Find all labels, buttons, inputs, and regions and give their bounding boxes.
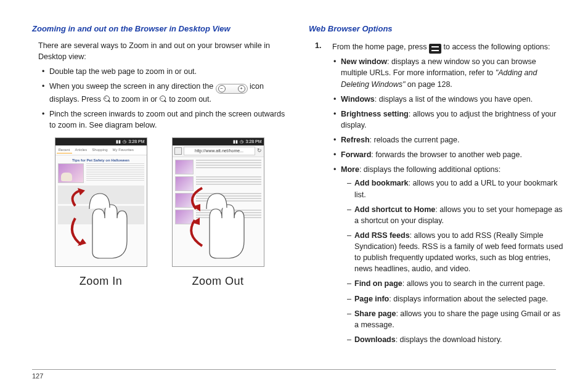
list-item: Double tap the web page to zoom in or ou… [43,66,287,77]
step-1: 1. From the home page, press to access t… [315,40,563,349]
right-heading: Web Browser Options [309,23,563,35]
list-item: Brightness setting: allows you to adjust… [335,108,563,131]
caption-zoom-out: Zoom Out [172,273,264,289]
phone-mockup-zoom-in: ▮▮◷3:28 PM Recent Articles Shopping My F… [55,137,147,267]
clock-icon: ◷ [123,139,126,145]
list-item: Find on page: allows you to search in th… [348,278,563,289]
address-bar: http://www.att.net/home... [184,147,255,155]
list-item: Share page: allows you to share the page… [348,308,563,330]
page-footer: 127 [32,369,556,380]
more-options-list: Add bookmark: allows you to add a URL to… [341,178,563,345]
list-item: Pinch the screen inwards to zoom out and… [43,108,287,131]
magnifier-plus-icon: + [104,96,111,103]
left-intro: There are several ways to Zoom in and ou… [38,40,287,62]
status-bar: ▮▮◷3:28 PM [55,138,147,145]
clock-icon: ◷ [240,139,243,145]
list-item: Add bookmark: allows you to add a URL to… [348,178,563,200]
list-item: Refresh: reloads the current page. [335,134,563,145]
browser-options-list: New window: displays a new window so you… [332,56,563,345]
svg-marker-1 [78,239,86,246]
list-item: Downloads: displays the download history… [348,334,563,345]
window-count-icon [174,147,182,155]
zoom-control-icon: −+ [216,84,248,94]
page-number: 127 [32,372,43,380]
phone-mockup-zoom-out: ▮▮◷3:28 PM http://www.att.net/home... ↻ [172,137,264,267]
menu-icon [429,44,441,54]
left-heading: Zooming in and out on the Browser in Des… [32,23,287,35]
list-item: More: displays the following additional … [335,164,563,345]
magnifier-minus-icon: − [160,96,167,103]
list-item: When you sweep the screen in any directi… [43,81,287,105]
list-item: Add shortcut to Home: allows you to set … [348,204,563,226]
left-column: Zooming in and out on the Browser in Des… [32,18,287,349]
reload-icon: ↻ [257,147,262,155]
caption-zoom-in: Zoom In [55,273,147,289]
status-bar: ▮▮◷3:28 PM [173,138,264,145]
right-column: Web Browser Options 1. From the home pag… [309,18,563,349]
zoom-methods-list: Double tap the web page to zoom in or ou… [32,66,287,131]
list-item: Page info: displays information about th… [348,293,563,304]
list-item: New window: displays a new window so you… [335,56,563,89]
list-item: Forward: forwards the browser to another… [335,149,563,160]
list-item: Windows: displays a list of the windows … [335,94,563,105]
thumbnail-image [58,163,84,183]
list-item: Add RSS feeds: allows you to add RSS (Re… [348,230,563,275]
pinch-diagram: ▮▮◷3:28 PM Recent Articles Shopping My F… [32,137,287,289]
